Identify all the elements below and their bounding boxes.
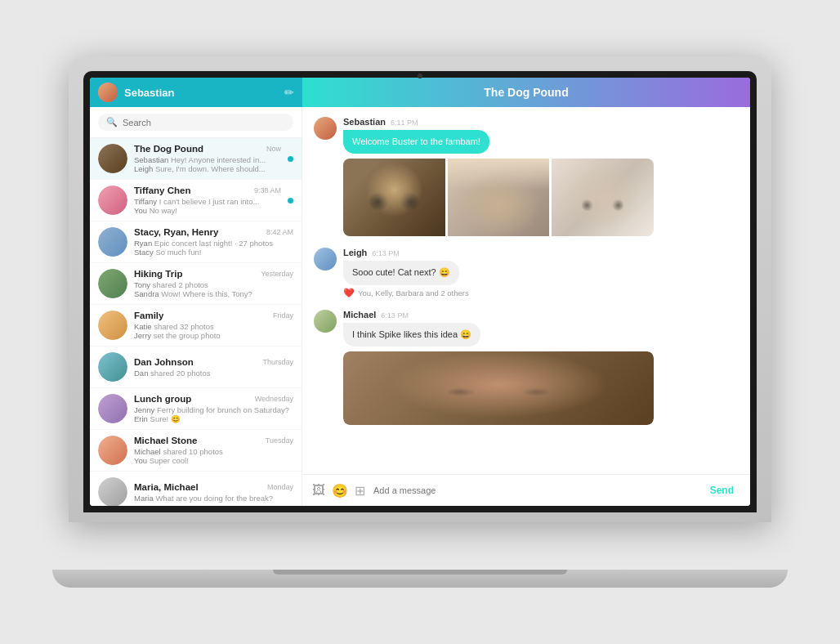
search-icon: 🔍 xyxy=(106,117,118,127)
msg-bubble: I think Spike likes this idea 😄 xyxy=(343,323,480,347)
chat-input-area: 🖼 😊 ⊞ Send xyxy=(302,474,750,506)
conv-preview2: Sandra Wow! Where is this, Tony? xyxy=(134,289,293,298)
gif-icon[interactable]: ⊞ xyxy=(355,483,365,499)
msg-bubble: Welcome Buster to the fambam! xyxy=(343,130,489,154)
conv-avatar xyxy=(98,394,127,423)
conv-time: Wednesday xyxy=(255,395,293,403)
conv-info: Maria, Michael Monday Maria What are you… xyxy=(134,482,293,503)
msg-meta: Michael 6:13 PM xyxy=(343,310,739,320)
msg-sender: Leigh xyxy=(343,248,367,257)
conv-item-dan[interactable]: Dan Johnson Thursday Dan shared 20 photo… xyxy=(90,347,302,388)
msg-avatar xyxy=(314,248,337,271)
conv-item-maria[interactable]: Maria, Michael Monday Maria What are you… xyxy=(90,472,302,506)
conv-time: Monday xyxy=(267,483,293,491)
camera-dot xyxy=(418,74,422,78)
conv-avatar xyxy=(98,352,127,382)
conv-name: Family xyxy=(134,311,163,320)
msg-sender: Michael xyxy=(343,310,376,320)
conv-preview: Dan shared 20 photos xyxy=(134,369,293,378)
conv-avatar xyxy=(98,227,127,257)
conversation-list: The Dog Pound Now Sebastian Hey! Anyone … xyxy=(90,138,302,506)
user-avatar xyxy=(98,83,118,102)
conv-preview2: You Super cool! xyxy=(134,456,293,465)
laptop-frame: Sebastian ✏ The Dog Pound xyxy=(69,56,771,588)
conv-preview2: You No way! xyxy=(134,206,281,215)
conv-time: 9:38 AM xyxy=(254,186,281,195)
conv-item-tiffany[interactable]: Tiffany Chen 9:38 AM Tiffany I can't bel… xyxy=(90,180,302,221)
conv-time: 8:42 AM xyxy=(266,228,293,236)
conv-info: Hiking Trip Yesterday Tony shared 2 phot… xyxy=(134,269,293,298)
conv-item-stacy[interactable]: Stacy, Ryan, Henry 8:42 AM Ryan Epic con… xyxy=(90,221,302,263)
conv-item-hiking[interactable]: Hiking Trip Yesterday Tony shared 2 phot… xyxy=(90,263,302,305)
msg-meta: Sebastian 6:11 PM xyxy=(343,117,739,127)
conv-name: Michael Stone xyxy=(134,436,197,445)
current-user-name: Sebastian xyxy=(124,87,278,99)
conv-time: Yesterday xyxy=(261,270,293,278)
conv-avatar xyxy=(98,477,127,506)
conv-item-lunch[interactable]: Lunch group Wednesday Jenny Ferry buildi… xyxy=(90,388,302,430)
conv-time: Thursday xyxy=(262,358,293,366)
conv-avatar xyxy=(98,269,127,298)
conv-info: Lunch group Wednesday Jenny Ferry buildi… xyxy=(134,394,293,423)
search-input[interactable] xyxy=(123,118,285,127)
reaction-row: ❤️ You, Kelly, Barbara and 2 others xyxy=(343,288,739,298)
conv-name: The Dog Pound xyxy=(134,144,203,154)
conv-time: Now xyxy=(266,145,281,153)
msg-content: Michael 6:13 PM I think Spike likes this… xyxy=(343,310,739,425)
conv-info: The Dog Pound Now Sebastian Hey! Anyone … xyxy=(134,144,281,173)
app-container: Sebastian ✏ The Dog Pound xyxy=(90,78,750,506)
edit-icon[interactable]: ✏ xyxy=(284,86,294,99)
app-body: 🔍 xyxy=(90,107,750,506)
msg-content: Leigh 6:13 PM Sooo cute! Cat next? 😄 ❤️ … xyxy=(343,248,739,297)
message-group-3: Michael 6:13 PM I think Spike likes this… xyxy=(314,310,739,425)
msg-meta: Leigh 6:13 PM xyxy=(343,248,739,257)
laptop-body: Sebastian ✏ The Dog Pound xyxy=(69,56,771,522)
conv-item-dog-pound[interactable]: The Dog Pound Now Sebastian Hey! Anyone … xyxy=(90,138,302,180)
msg-time: 6:13 PM xyxy=(372,249,400,257)
heart-icon: ❤️ xyxy=(343,288,355,298)
unread-dot xyxy=(288,156,293,162)
conv-preview2: Stacy So much fun! xyxy=(134,248,293,257)
chat-header: The Dog Pound xyxy=(302,78,750,107)
conv-info: Stacy, Ryan, Henry 8:42 AM Ryan Epic con… xyxy=(134,227,293,257)
laptop-base xyxy=(52,570,788,588)
conv-info: Dan Johnson Thursday Dan shared 20 photo… xyxy=(134,357,293,378)
chat-title: The Dog Pound xyxy=(484,86,568,99)
conv-preview2: Erin Sure! 😊 xyxy=(134,414,293,423)
emoji-icon[interactable]: 😊 xyxy=(332,483,348,499)
conv-preview: Ryan Epic concert last night! · 27 photo… xyxy=(134,239,293,248)
send-button[interactable]: Send xyxy=(704,481,740,499)
screen-bezel: Sebastian ✏ The Dog Pound xyxy=(83,71,757,512)
msg-avatar xyxy=(314,310,337,333)
msg-sender: Sebastian xyxy=(343,117,386,127)
chat-area: Sebastian 6:11 PM Welcome Buster to the … xyxy=(302,107,750,506)
conv-preview: Katie shared 32 photos xyxy=(134,322,293,331)
photo-cell-2 xyxy=(448,159,550,236)
conv-preview2: Leigh Sure, I'm down. Where should... xyxy=(134,164,281,173)
conv-time: Tuesday xyxy=(266,436,293,445)
photo-cell-4 xyxy=(343,351,654,425)
app-header: Sebastian ✏ The Dog Pound xyxy=(90,78,750,107)
msg-avatar xyxy=(314,117,337,140)
reaction-text: You, Kelly, Barbara and 2 others xyxy=(358,288,469,297)
message-group-1: Sebastian 6:11 PM Welcome Buster to the … xyxy=(314,117,739,236)
messages-container: Sebastian 6:11 PM Welcome Buster to the … xyxy=(302,107,750,474)
photo-icon[interactable]: 🖼 xyxy=(312,483,325,498)
unread-dot xyxy=(288,198,293,203)
msg-bubble: Sooo cute! Cat next? 😄 xyxy=(343,261,459,284)
conv-preview: Jenny Ferry building for brunch on Satur… xyxy=(134,405,293,414)
conv-name: Maria, Michael xyxy=(134,482,199,492)
conv-preview: Sebastian Hey! Anyone interested in... xyxy=(134,155,281,164)
conv-item-michael-stone[interactable]: Michael Stone Tuesday Michael shared 10 … xyxy=(90,430,302,472)
conv-preview: Michael shared 10 photos xyxy=(134,447,293,456)
msg-time: 6:13 PM xyxy=(381,311,409,320)
conv-info: Family Friday Katie shared 32 photos Jer… xyxy=(134,311,293,340)
message-input[interactable] xyxy=(373,485,695,495)
search-wrap[interactable]: 🔍 xyxy=(98,114,293,131)
conv-item-family[interactable]: Family Friday Katie shared 32 photos Jer… xyxy=(90,305,302,347)
photo-grid xyxy=(343,159,654,236)
input-icons: 🖼 😊 ⊞ xyxy=(312,483,365,499)
conv-info: Tiffany Chen 9:38 AM Tiffany I can't bel… xyxy=(134,186,281,215)
conv-preview: Tiffany I can't believe I just ran into.… xyxy=(134,197,281,206)
conv-name: Lunch group xyxy=(134,394,191,404)
